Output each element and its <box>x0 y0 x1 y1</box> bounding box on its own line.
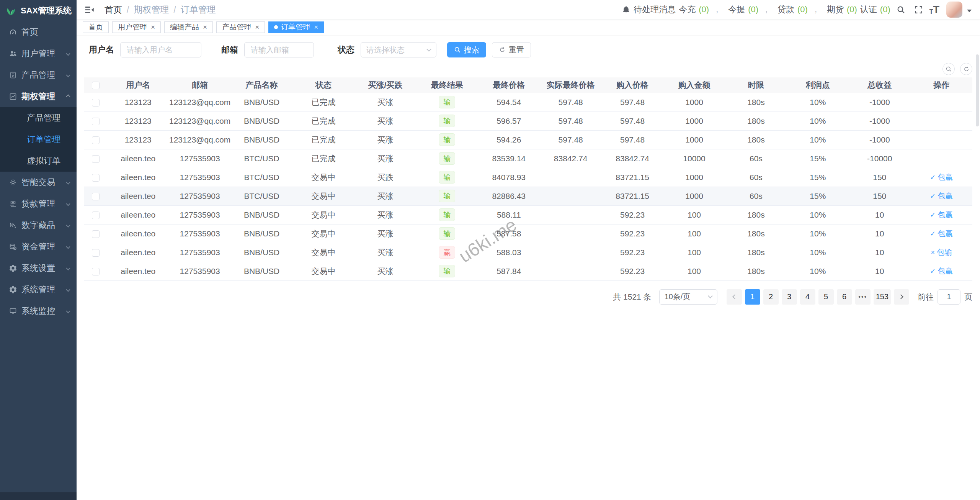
status-select[interactable]: 请选择状态 <box>361 42 436 57</box>
breadcrumb-separator: / <box>173 5 176 15</box>
close-icon[interactable]: × <box>255 23 259 31</box>
sidebar-item-system-manage[interactable]: 系统管理 <box>0 279 77 300</box>
row-checkbox[interactable] <box>92 174 100 182</box>
table-cell: 交易中 <box>292 262 354 280</box>
sidebar-item-nft[interactable]: 数字藏品 <box>0 215 77 236</box>
sidebar-item-options[interactable]: 期权管理 <box>0 86 77 107</box>
page-button-4[interactable]: 4 <box>800 289 815 305</box>
sidebar-item-label: 首页 <box>21 26 38 38</box>
row-checkbox[interactable] <box>92 193 100 200</box>
table-row: aileen.teo127535903BNB/USD交易中买涨赢588.0359… <box>84 243 972 262</box>
table-cell: 83539.14 <box>478 149 540 168</box>
page-size-select[interactable]: 10条/页 <box>659 289 717 305</box>
row-checkbox[interactable] <box>92 230 100 238</box>
sidebar-item-loans[interactable]: 贷款管理 <box>0 193 77 215</box>
check-icon: ✓ <box>930 211 936 219</box>
sidebar-item-home[interactable]: 首页 <box>0 21 77 43</box>
row-checkbox[interactable] <box>92 211 100 219</box>
sidebar-item-label: 用户管理 <box>21 48 55 59</box>
search-button[interactable]: 搜索 <box>447 42 486 57</box>
action-link-包赢[interactable]: ✓包赢 <box>930 192 953 200</box>
next-page-button[interactable] <box>894 289 909 305</box>
row-checkbox[interactable] <box>92 118 100 125</box>
th-利润点: 利润点 <box>787 77 849 93</box>
goto-unit: 页 <box>964 292 972 302</box>
row-checkbox[interactable] <box>92 99 100 107</box>
action-link-包赢[interactable]: ✓包赢 <box>930 267 953 275</box>
row-checkbox[interactable] <box>92 249 100 257</box>
app-logo: SAX管理系统 <box>0 0 77 21</box>
table-cell: 100 <box>663 243 725 262</box>
table-cell: 已完成 <box>292 93 354 111</box>
goto-page-input[interactable] <box>938 289 960 305</box>
notification-bar[interactable]: 待处理消息 今充(0)，今提(0)，贷款(0)，期货(0)认证(0) <box>622 4 890 15</box>
sidebar-item-users[interactable]: 用户管理 <box>0 43 77 64</box>
tab-用户管理[interactable]: 用户管理× <box>112 21 161 33</box>
sidebar-item-funds[interactable]: 资金管理 <box>0 236 77 257</box>
navbar: 首页 / 期权管理 / 订单管理 待处理消息 今充(0)，今提(0)，贷款(0)… <box>77 0 980 19</box>
users-icon <box>9 49 17 58</box>
tab-编辑产品[interactable]: 编辑产品× <box>164 21 213 33</box>
select-all-checkbox[interactable] <box>92 82 100 89</box>
pagination-total: 共 1521 条 <box>613 292 651 302</box>
table-body: 123123123123@qq.comBNB/USD已完成买涨输594.5459… <box>84 93 972 280</box>
scrollbar-thumb[interactable] <box>976 54 979 126</box>
hamburger-icon[interactable] <box>77 5 102 15</box>
table-cell: 交易中 <box>292 224 354 243</box>
page-button-5[interactable]: 5 <box>818 289 834 305</box>
tab-label: 用户管理 <box>118 22 147 32</box>
page-button-153[interactable]: 153 <box>874 289 891 305</box>
row-checkbox[interactable] <box>92 136 100 144</box>
avatar[interactable] <box>946 2 962 18</box>
page-button-3[interactable]: 3 <box>782 289 797 305</box>
trend-chart-icon <box>9 92 17 101</box>
sidebar-item-products[interactable]: 产品管理 <box>0 64 77 86</box>
toggle-search-button[interactable] <box>942 63 955 75</box>
action-link-包赢[interactable]: ✓包赢 <box>930 173 953 181</box>
breadcrumb-options[interactable]: 期权管理 <box>134 4 169 16</box>
close-icon[interactable]: × <box>151 23 155 31</box>
table-cell: 180s <box>725 93 787 111</box>
fullscreen-icon[interactable] <box>912 3 926 16</box>
action-link-包赢[interactable]: ✓包赢 <box>930 210 953 219</box>
sidebar-subitem-virtual-orders[interactable]: 虚拟订单 <box>0 150 77 172</box>
bell-icon[interactable] <box>622 5 630 14</box>
table-cell: BNB/USD <box>231 262 292 280</box>
breadcrumb-orders: 订单管理 <box>181 4 216 16</box>
close-icon[interactable]: × <box>203 23 207 31</box>
sidebar-subitem-option-products[interactable]: 产品管理 <box>0 107 77 129</box>
table-row: 123123123123@qq.comBNB/USD已完成买涨输594.2659… <box>84 130 972 149</box>
page-button-6[interactable]: 6 <box>837 289 852 305</box>
tab-订单管理[interactable]: 订单管理× <box>268 21 324 33</box>
chevron-down-icon <box>66 51 70 56</box>
table-cell: 100 <box>663 262 725 280</box>
app-root: SAX管理系统 首页用户管理产品管理期权管理产品管理订单管理虚拟订单智能交易贷款… <box>0 0 980 500</box>
page-button-1[interactable]: 1 <box>745 289 760 305</box>
row-checkbox[interactable] <box>92 155 100 163</box>
font-size-icon[interactable]: TT <box>929 5 939 15</box>
caret-down-icon[interactable] <box>967 10 972 12</box>
sidebar-item-system-monitor[interactable]: 系统监控 <box>0 300 77 322</box>
page-button-2[interactable]: 2 <box>763 289 779 305</box>
table-cell: 交易中 <box>292 243 354 262</box>
prev-page-button[interactable] <box>727 289 742 305</box>
action-link-包赢[interactable]: ✓包赢 <box>930 229 953 238</box>
reset-button[interactable]: 重置 <box>492 42 531 57</box>
sidebar-item-system-settings[interactable]: 系统设置 <box>0 257 77 279</box>
more-pages-button[interactable]: ••• <box>855 289 871 305</box>
tab-首页[interactable]: 首页 <box>83 21 109 33</box>
app-title: SAX管理系统 <box>21 5 72 16</box>
notification-label: 期货 <box>827 5 844 14</box>
refresh-table-button[interactable] <box>960 63 972 75</box>
sidebar-item-smart-trade[interactable]: 智能交易 <box>0 172 77 193</box>
row-checkbox[interactable] <box>92 268 100 275</box>
search-icon[interactable] <box>894 3 908 16</box>
tab-产品管理[interactable]: 产品管理× <box>216 21 265 33</box>
action-link-包输[interactable]: ×包输 <box>931 248 952 256</box>
breadcrumb-home[interactable]: 首页 <box>105 4 122 16</box>
email-input[interactable] <box>244 42 314 57</box>
username-input[interactable] <box>120 42 201 57</box>
close-icon[interactable]: × <box>314 23 318 31</box>
sidebar-subitem-orders[interactable]: 订单管理 <box>0 129 77 150</box>
table-cell: 123123 <box>107 130 169 149</box>
